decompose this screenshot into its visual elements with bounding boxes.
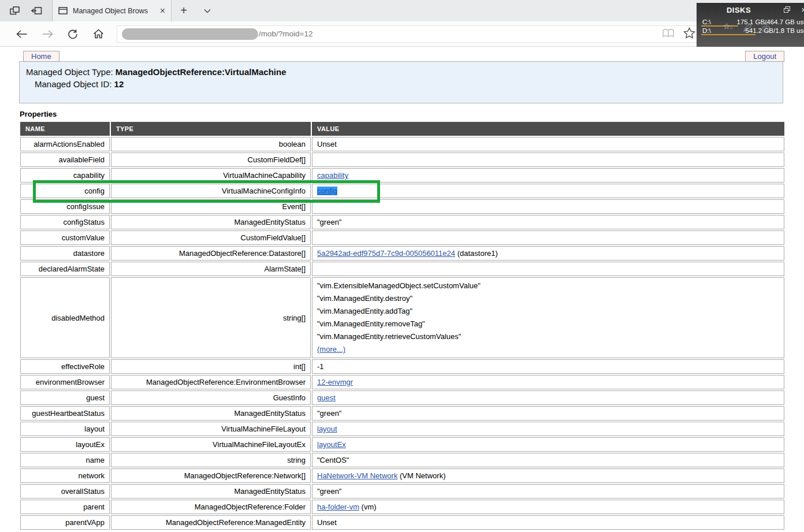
- value-link[interactable]: capability: [317, 171, 348, 180]
- property-name-cell: parentVApp: [20, 515, 110, 530]
- property-value-cell: "green": [312, 215, 784, 229]
- url-path: /mob/?moid=12: [259, 29, 312, 38]
- column-header-value: VALUE: [312, 122, 784, 136]
- logout-tab[interactable]: Logout: [745, 51, 784, 62]
- favorites-star-icon[interactable]: [683, 27, 695, 39]
- property-name-cell: datastore: [20, 246, 110, 261]
- property-name-cell: declaredAlarmState: [20, 262, 110, 276]
- value-line: "vim.ExtensibleManagedObject.setCustomVa…: [317, 280, 779, 292]
- forward-icon[interactable]: [35, 30, 60, 38]
- property-name-cell: layout: [20, 422, 110, 436]
- value-link[interactable]: 12-envmgr: [317, 378, 353, 386]
- set-tabs-aside-icon[interactable]: [10, 6, 20, 15]
- value-link-selected[interactable]: config: [317, 187, 337, 195]
- more-link[interactable]: (more...): [317, 345, 345, 354]
- property-type-cell: CustomFieldValue[]: [111, 230, 311, 245]
- value-line: "vim.ManagedEntity.retrieveCustomValues": [317, 330, 779, 343]
- property-type-cell: ManagedObjectReference:Datastore[]: [111, 246, 311, 261]
- value-link[interactable]: 5a2942ad-edf975d7-7c9d-005056011e24: [317, 249, 455, 258]
- disk-row-d: D:\ 541.2 GB/1.8 TB used: [697, 25, 804, 34]
- redacted-host-pill: [122, 28, 258, 40]
- refresh-icon[interactable]: [60, 29, 85, 39]
- disks-restore-icon[interactable]: [784, 6, 790, 13]
- value-link[interactable]: layoutEx: [317, 440, 346, 449]
- column-header-type: TYPE: [111, 122, 311, 136]
- value-line: "vim.ManagedEntity.removeTag": [317, 318, 779, 330]
- table-header-row: NAME TYPE VALUE: [20, 122, 784, 136]
- table-row: datastoreManagedObjectReference:Datastor…: [20, 246, 784, 261]
- table-row: configStatusManagedEntityStatus"green": [20, 215, 784, 229]
- table-row: capabilityVirtualMachineCapabilitycapabi…: [20, 168, 784, 183]
- value-text: -1: [317, 362, 324, 371]
- disks-title-bar[interactable]: DISKS ×: [697, 3, 804, 17]
- new-tab-button[interactable]: +: [172, 0, 196, 21]
- table-row: disabledMethodstring[]"vim.ExtensibleMan…: [20, 277, 784, 358]
- property-name-cell: config: [20, 184, 110, 198]
- address-bar[interactable]: /mob/?moid=12: [117, 25, 706, 43]
- table-row: layoutExVirtualMachineFileLayoutExlayout…: [20, 437, 784, 452]
- table-row: effectiveRoleint[]-1: [20, 359, 784, 374]
- table-row: availableFieldCustomFieldDef[]: [20, 152, 784, 167]
- property-type-cell: ManagedEntityStatus: [111, 484, 311, 498]
- property-value-cell: "green": [312, 406, 784, 421]
- home-tab[interactable]: Home: [23, 51, 59, 62]
- value-link[interactable]: guest: [317, 393, 336, 402]
- property-value-cell: [312, 262, 784, 276]
- property-type-cell: ManagedObjectReference:Network[]: [111, 468, 311, 483]
- value-link[interactable]: layout: [317, 425, 337, 433]
- property-name-cell: effectiveRole: [20, 359, 110, 374]
- property-type-cell: VirtualMachineCapability: [111, 168, 311, 183]
- value-text: "CentOS": [317, 456, 349, 464]
- disk-c-usage: 175.1 GB/464.7 GB used: [736, 18, 804, 25]
- property-value-cell: capability: [312, 168, 784, 183]
- property-value-cell: HaNetwork-VM Network (VM Network): [312, 468, 784, 483]
- table-row: guestGuestInfoguest: [20, 390, 784, 405]
- home-icon[interactable]: [85, 29, 111, 39]
- property-value-cell: layout: [312, 422, 784, 436]
- browser-tab[interactable]: Managed Object Brows ×: [53, 0, 172, 21]
- property-value-cell: 5a2942ad-edf975d7-7c9d-005056011e24 (dat…: [312, 246, 784, 261]
- tab-actions-group: [0, 0, 53, 21]
- property-name-cell: guest: [20, 390, 110, 405]
- property-value-cell: "vim.ExtensibleManagedObject.setCustomVa…: [312, 277, 784, 358]
- tab-close-icon[interactable]: ×: [160, 6, 165, 16]
- property-name-cell: guestHeartbeatStatus: [20, 406, 110, 421]
- table-row: networkManagedObjectReference:Network[]H…: [20, 468, 784, 483]
- property-type-cell: ManagedEntityStatus: [111, 406, 311, 421]
- property-value-cell: [312, 199, 784, 214]
- value-text: (vm): [359, 503, 377, 511]
- property-name-cell: configStatus: [20, 215, 110, 229]
- object-type-value: ManagedObjectReference:VirtualMachine: [116, 67, 286, 77]
- property-type-cell: CustomFieldDef[]: [111, 152, 311, 167]
- logout-link[interactable]: Logout: [753, 52, 776, 61]
- property-value-cell: Unset: [312, 137, 784, 151]
- property-type-cell: ManagedObjectReference:Folder: [111, 500, 311, 514]
- table-row: layoutVirtualMachineFileLayoutlayout: [20, 422, 784, 436]
- property-name-cell: customValue: [20, 230, 110, 245]
- home-link[interactable]: Home: [31, 52, 51, 61]
- value-link[interactable]: ha-folder-vm: [317, 503, 359, 511]
- property-type-cell: ManagedObjectReference:EnvironmentBrowse…: [111, 375, 311, 389]
- value-link[interactable]: HaNetwork-VM Network: [317, 471, 397, 480]
- table-row: customValueCustomFieldValue[]: [20, 230, 784, 245]
- tab-preview-chevron-icon[interactable]: [196, 0, 219, 21]
- property-type-cell: GuestInfo: [111, 390, 311, 405]
- property-type-cell: VirtualMachineFileLayout: [111, 422, 311, 436]
- table-row: overallStatusManagedEntityStatus"green": [20, 484, 784, 498]
- disk-row-c: C:\ 175.1 GB/464.7 GB used: [697, 17, 804, 25]
- property-name-cell: name: [20, 453, 110, 467]
- property-type-cell: string[]: [111, 277, 311, 358]
- property-value-cell: [312, 230, 784, 245]
- back-icon[interactable]: [9, 30, 35, 38]
- property-name-cell: availableField: [20, 152, 110, 167]
- value-text: (VM Network): [397, 471, 445, 480]
- property-value-cell: layoutEx: [312, 437, 784, 452]
- table-row: parentVAppManagedObjectReference:Managed…: [20, 515, 784, 530]
- value-line: "vim.ManagedEntity.addTag": [317, 305, 779, 318]
- reading-list-icon[interactable]: [662, 28, 675, 38]
- property-name-cell: layoutEx: [20, 437, 110, 452]
- property-name-cell: environmentBrowser: [20, 375, 110, 389]
- disks-close-icon[interactable]: ×: [801, 5, 804, 14]
- hub-icon: [723, 23, 734, 33]
- restore-tabs-icon[interactable]: [31, 6, 42, 15]
